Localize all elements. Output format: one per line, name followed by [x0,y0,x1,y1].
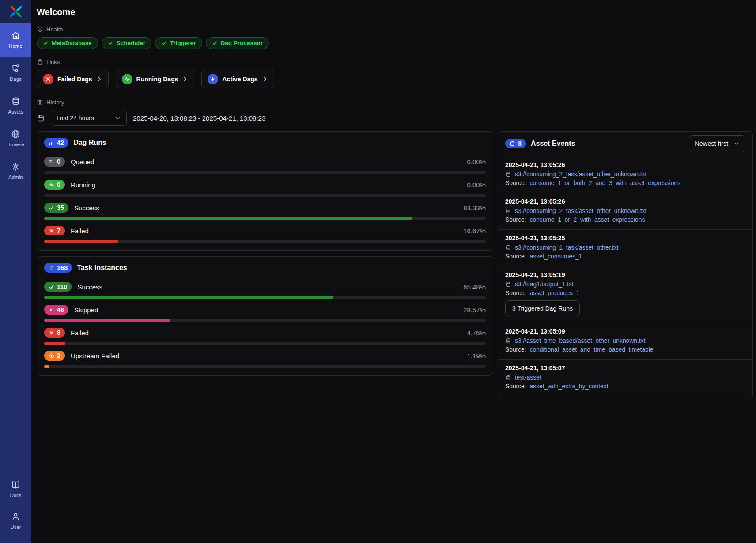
dag-runs-success-row: 35 Success 83.33% [44,203,486,220]
asset-event-item: 2025-04-21, 13:05:26 s3://consuming_2_ta… [498,193,752,229]
task-instances-header: 168 Task Instances [44,259,486,276]
sidebar-item-browse[interactable]: Browse [0,122,31,155]
triggered-dag-runs-button[interactable]: 3 Triggered Dag Runs [505,300,580,316]
quick-links: Failed Dags Running Dags Active Dags [37,70,753,88]
history-icon [37,99,43,106]
sidebar-item-admin[interactable]: Admin [0,155,31,187]
time-range-select[interactable]: Last 24 hours [51,110,127,126]
failed-progressbar [44,240,486,243]
pulse-circle-icon [122,74,132,84]
chevron-down-icon [733,140,740,147]
check-icon [161,40,167,46]
skipped-percent: 28.57% [463,306,486,314]
asset-events-panel: 8 Asset Events Newest first 2025-04-21, … [498,131,753,399]
sidebar-item-label: Admin [8,175,23,180]
check-icon [43,40,49,46]
event-timestamp: 2025-04-21, 13:05:19 [505,271,745,278]
queued-percent: 0.00% [467,158,486,166]
sidebar-item-home[interactable]: Home [0,23,31,57]
asset-link[interactable]: s3://consuming_1_task/asset_other.txt [515,244,619,251]
ti-upstream-failed-row: 2 Upstream Failed 1.19% [44,351,486,368]
running-badge: 0 [44,180,65,190]
admin-gear-icon [11,162,20,171]
sidebar-item-dags[interactable]: Dags [0,57,31,89]
sidebar: Home Dags Assets Browse [0,0,31,543]
x-icon [49,228,54,234]
running-dags-button[interactable]: Running Dags [116,70,195,88]
skipped-progressbar [44,319,486,322]
source-dag-link[interactable]: consume_1_or_both_2_and_3_with_asset_exp… [530,180,680,186]
running-percent: 0.00% [467,181,486,189]
ti-failed-row: 8 Failed 4.76% [44,328,486,345]
sidebar-item-assets[interactable]: Assets [0,89,31,122]
health-badges: MetaDatabase Scheduler Triggerer Dag Pro… [37,37,753,49]
source-dag-link[interactable]: asset_produces_1 [530,290,580,296]
asset-link[interactable]: s3://dag1/output_1.txt [515,281,574,288]
database-icon [505,171,511,178]
asset-event-item: 2025-04-21, 13:05:07 test-asset Source:a… [498,359,752,396]
source-dag-link[interactable]: asset_with_extra_by_context [530,383,609,390]
chevron-right-icon [182,76,188,82]
page-title: Welcome [37,7,753,17]
assets-icon [11,97,20,106]
health-badge-triggerer: Triggerer [155,37,202,49]
event-timestamp: 2025-04-21, 13:05:07 [505,365,745,372]
sidebar-item-docs[interactable]: Docs [0,473,31,505]
asset-link[interactable]: test-asset [515,374,541,381]
dashboard-grid: 42 Dag Runs 0 Queued [37,131,753,399]
calendar-icon [37,114,45,122]
ti-success-row: 110 Success 65.48% [44,282,486,299]
asset-event-item: 2025-04-21, 13:05:26 s3://consuming_2_ta… [498,156,752,193]
database-icon [505,208,511,214]
queue-icon [49,159,54,165]
upstream-failed-icon [49,353,54,359]
upstream-failed-percent: 1.19% [467,352,486,360]
bolt-circle-icon [208,74,218,84]
ti-skipped-row: 48 Skipped 28.57% [44,305,486,322]
dag-runs-count-badge: 42 [44,138,68,148]
chevron-right-icon [262,76,268,82]
sort-order-select[interactable]: Newest first [689,135,745,152]
task-instances-card: 168 Task Instances 110 Success [37,256,493,376]
event-timestamp: 2025-04-21, 13:05:26 [505,198,745,205]
docs-book-icon [11,480,20,490]
source-dag-link[interactable]: conditional_asset_and_time_based_timetab… [530,346,654,353]
failed-percent: 16.67% [463,227,486,235]
event-timestamp: 2025-04-21, 13:05:09 [505,328,745,335]
failed-dags-button[interactable]: Failed Dags [37,70,109,88]
source-dag-link[interactable]: asset_consumes_1 [530,253,582,260]
check-icon [212,40,218,46]
source-dag-link[interactable]: consume_1_or_2_with_asset_expressions [530,216,645,223]
running-progressbar [44,194,486,197]
success-progressbar [44,296,486,299]
asset-link[interactable]: s3://asset_time_based/asset_other_unknow… [515,338,645,344]
dag-runs-card: 42 Dag Runs 0 Queued [37,131,493,251]
sidebar-item-label: User [10,524,21,530]
active-dags-button[interactable]: Active Dags [201,70,274,88]
success-badge: 35 [44,203,68,213]
asset-link[interactable]: s3://consuming_2_task/asset_other_unknow… [515,171,646,178]
success-badge: 110 [44,282,72,292]
upstream-failed-badge: 2 [44,351,65,361]
health-badge-metadatabase: MetaDatabase [37,37,98,49]
asset-link[interactable]: s3://consuming_2_task/asset_other_unknow… [515,208,646,214]
airflow-logo[interactable] [0,0,31,23]
success-percent: 65.48% [463,283,486,291]
history-section-label: History [37,99,753,106]
task-instances-count-badge: 168 [44,263,72,273]
database-icon [505,375,511,381]
check-icon [108,40,113,46]
event-timestamp: 2025-04-21, 13:05:25 [505,235,745,242]
shield-icon [37,26,43,33]
failed-progressbar [44,342,486,345]
x-circle-icon [43,74,53,84]
links-section-label: Links [37,59,753,65]
sidebar-item-label: Browse [7,142,24,147]
sidebar-item-user[interactable]: User [0,505,31,537]
asset-events-column: 8 Asset Events Newest first 2025-04-21, … [498,131,753,399]
database-icon [505,245,511,251]
sidebar-item-label: Docs [10,493,21,498]
failed-badge: 8 [44,328,65,338]
event-timestamp: 2025-04-21, 13:05:26 [505,161,745,168]
success-progressbar [44,217,486,220]
